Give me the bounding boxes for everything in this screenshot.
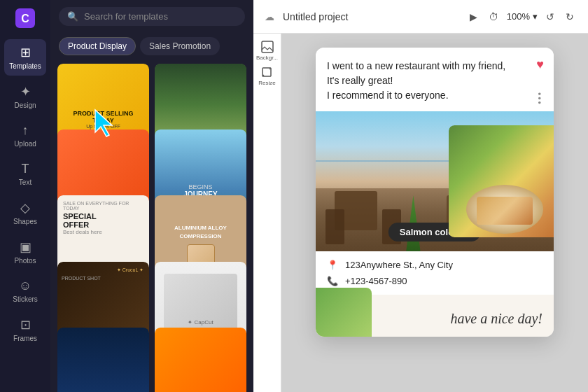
search-container: 🔍 xyxy=(50,0,253,33)
search-bar[interactable]: 🔍 xyxy=(59,7,245,26)
main-header: ☁ Untitled project ▶ ⏱ 100% ▾ ↺ ↻ xyxy=(253,0,588,34)
undo-button[interactable]: ↺ xyxy=(543,8,557,25)
template-card[interactable]: THEME PARK Experience more xyxy=(57,328,149,392)
design-icon: ✦ xyxy=(20,84,31,99)
phone-icon: 📞 xyxy=(327,276,338,286)
timer-button[interactable]: ⏱ xyxy=(486,8,501,25)
design-label: Design xyxy=(14,102,36,109)
search-input[interactable] xyxy=(84,11,237,22)
more-options-icon[interactable]: ••• xyxy=(534,92,544,106)
canvas-area: Backgr... Resize I went to a new restaur… xyxy=(253,34,588,392)
template-grid: PRODUCT SELLING TODAY Up to 50% OFF BUY … xyxy=(50,59,253,392)
footer-section: have a nice day! xyxy=(316,295,554,337)
phone-row: 📞 +123-4567-890 xyxy=(327,276,542,286)
shapes-icon: ◇ xyxy=(20,200,30,216)
toolbar-actions: ▶ ⏱ 100% ▾ ↺ ↻ xyxy=(467,8,577,25)
sidebar-item-design[interactable]: ✦ Design xyxy=(4,78,46,115)
stickers-icon: ☺ xyxy=(19,279,31,293)
upload-label: Upload xyxy=(14,140,36,148)
search-icon: 🔍 xyxy=(67,11,78,22)
left-navigation: C ⊞ Templates ✦ Design ↑ Upload T Text ◇… xyxy=(0,0,50,392)
project-name[interactable]: Untitled project xyxy=(283,11,458,22)
canvas-card[interactable]: I went to a new restaurant with my frien… xyxy=(316,48,554,337)
app-logo[interactable]: C xyxy=(13,6,38,31)
templates-icon: ⊞ xyxy=(20,45,31,60)
filter-tab-product-display[interactable]: Product Display xyxy=(59,37,136,55)
svg-text:C: C xyxy=(21,13,29,24)
sidebar-item-upload[interactable]: ↑ Upload xyxy=(4,118,46,153)
frames-label: Frames xyxy=(13,335,37,342)
nice-day-text: have a nice day! xyxy=(450,311,542,327)
review-section: I went to a new restaurant with my frien… xyxy=(316,48,554,111)
shapes-label: Shapes xyxy=(13,218,37,225)
main-area: ☁ Untitled project ▶ ⏱ 100% ▾ ↺ ↻ Backgr… xyxy=(253,0,588,392)
background-panel-btn[interactable]: Backgr... xyxy=(256,39,279,62)
heart-icon: ♥ xyxy=(536,57,544,72)
address-row: 📍 123Anywhere St., Any City xyxy=(327,260,542,270)
sidebar-item-templates[interactable]: ⊞ Templates xyxy=(4,39,46,76)
sidebar-item-text[interactable]: T Text xyxy=(4,156,46,192)
text-label: Text xyxy=(19,178,31,186)
sidebar-item-stickers[interactable]: ☺ Stickers xyxy=(4,273,46,309)
filter-tab-sales-promotion[interactable]: Sales Promotion xyxy=(140,37,220,55)
templates-sidebar: 🔍 Product Display Sales Promotion PRODUC… xyxy=(50,0,253,392)
frames-icon: ⊡ xyxy=(20,317,31,332)
play-button[interactable]: ▶ xyxy=(467,8,480,25)
review-text: I went to a new restaurant with my frien… xyxy=(327,59,542,103)
zoom-chevron-icon: ▾ xyxy=(533,11,538,22)
side-panel: Backgr... Resize xyxy=(253,34,281,392)
stickers-label: Stickers xyxy=(13,295,38,303)
sidebar-item-photos[interactable]: ▣ Photos xyxy=(4,234,46,270)
photos-label: Photos xyxy=(14,257,36,265)
food-image-right xyxy=(449,125,554,237)
zoom-control[interactable]: 100% ▾ xyxy=(507,11,538,22)
footer-food-decoration xyxy=(316,288,372,337)
location-icon: 📍 xyxy=(327,260,338,270)
text-icon: T xyxy=(22,162,29,176)
upload-icon: ↑ xyxy=(22,123,29,138)
project-cloud-icon: ☁ xyxy=(265,11,274,22)
template-card[interactable]: CAMPGROUND Adventure awaits xyxy=(155,328,246,392)
restaurant-image: Salmon cold cut xyxy=(316,111,554,251)
templates-label: Templates xyxy=(9,62,41,70)
phone-text: +123-4567-890 xyxy=(345,276,407,286)
photos-icon: ▣ xyxy=(20,239,31,255)
filter-tabs: Product Display Sales Promotion xyxy=(50,33,253,59)
resize-panel-btn[interactable]: Resize xyxy=(256,64,279,87)
canvas-content: I went to a new restaurant with my frien… xyxy=(295,48,574,337)
sidebar-item-shapes[interactable]: ◇ Shapes xyxy=(4,195,46,231)
zoom-value: 100% xyxy=(507,11,530,22)
redo-button[interactable]: ↻ xyxy=(563,8,577,25)
svg-rect-3 xyxy=(262,41,273,52)
sidebar-item-frames[interactable]: ⊡ Frames xyxy=(4,312,46,348)
address-text: 123Anywhere St., Any City xyxy=(345,260,453,270)
